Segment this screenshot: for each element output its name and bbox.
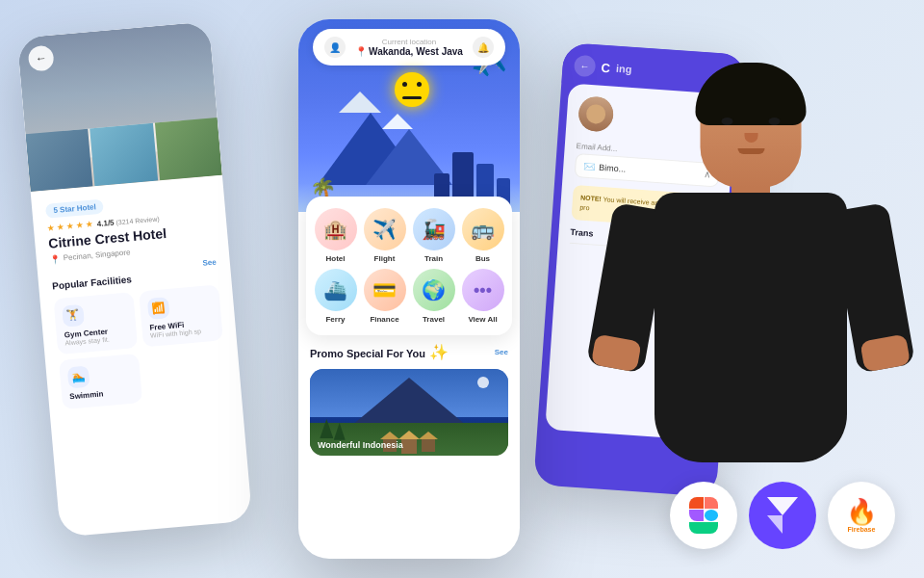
profile-icon: 👤	[324, 37, 346, 58]
nose	[744, 133, 757, 143]
person-head	[701, 67, 802, 188]
figma-cell-4	[705, 510, 719, 521]
hotel-label: Hotel	[326, 254, 346, 263]
star-2: ★	[57, 222, 65, 232]
flight-category-icon: ✈️	[364, 208, 406, 250]
promo-landscape: Wonderful Indonesia	[310, 369, 508, 456]
ferry-label: Ferry	[325, 315, 345, 324]
figma-cell-3	[689, 510, 704, 521]
hotel-location-text: Pecinan, Singapore	[63, 249, 130, 263]
framer-logo	[749, 482, 816, 549]
location-search-bar[interactable]: 👤 Current location 📍 Wakanda, West Java …	[313, 29, 505, 66]
location-text: Wakanda, West Java	[369, 46, 463, 57]
swim-icon: 🏊	[67, 365, 90, 388]
category-travel[interactable]: 🌍 Travel	[412, 269, 455, 324]
train-label: Train	[424, 254, 443, 263]
notification-icon[interactable]: 🔔	[473, 37, 494, 58]
promo-see-all[interactable]: See	[495, 348, 508, 356]
sun-icon	[395, 72, 429, 107]
location-pin-icon: 📍	[355, 46, 367, 57]
hotel-img-2	[90, 123, 158, 186]
bus-category-icon: 🚌	[462, 208, 504, 250]
swim-name: Swimmin	[69, 386, 135, 401]
bus-label: Bus	[475, 254, 490, 263]
firebase-content: 🔥 Firebase	[846, 499, 877, 533]
left-hand	[591, 334, 642, 373]
star-1: ★	[47, 223, 56, 233]
ferry-category-icon: ⛴️	[315, 269, 357, 311]
finance-label: Finance	[370, 315, 398, 324]
categories-container: 🏨 Hotel ✈️ Flight 🚂 Train 🚌 Bus	[306, 197, 512, 335]
gym-icon: 🏋️	[62, 304, 85, 328]
viewall-category-icon: •••	[462, 269, 504, 311]
figma-cell-5	[689, 522, 718, 534]
right-hand	[860, 334, 911, 373]
categories-grid: 🏨 Hotel ✈️ Flight 🚂 Train 🚌 Bus	[314, 208, 504, 324]
person-hair	[696, 63, 807, 125]
category-flight[interactable]: ✈️ Flight	[363, 208, 406, 263]
right-eye	[769, 118, 781, 125]
hotel-badge: 5 Star Hotel	[45, 199, 105, 219]
tech-logos-row: 🔥 Firebase	[670, 482, 895, 549]
wifi-icon: 📶	[147, 297, 170, 320]
category-hotel[interactable]: 🏨 Hotel	[314, 208, 357, 263]
torso	[654, 193, 847, 462]
hotel-img-1	[25, 129, 92, 192]
framer-icon	[767, 497, 798, 534]
location-value: 📍 Wakanda, West Java	[355, 46, 463, 57]
promo-card-label: Wonderful Indonesia	[318, 440, 403, 450]
category-finance[interactable]: 💳 Finance	[363, 269, 406, 324]
facility-gym: 🏋️ Gym Center Always stay fit.	[53, 292, 138, 355]
firebase-flame-icon: 🔥	[846, 499, 877, 524]
see-more-link[interactable]: See	[202, 257, 217, 267]
finance-category-icon: 💳	[364, 269, 406, 311]
hotel-content: 5 Star Hotel ★ ★ ★ ★ ★ 4.1/5 (3214 Revie…	[31, 175, 243, 420]
firebase-logo: 🔥 Firebase	[828, 482, 895, 549]
svg-marker-1	[767, 515, 783, 534]
flight-label: Flight	[374, 254, 396, 263]
location-info: Current location 📍 Wakanda, West Java	[355, 38, 463, 57]
phone-travel-app: 🌴 ✈️ 👤 Current location 📍 Wakanda, West …	[298, 19, 520, 559]
current-location-label: Current location	[355, 38, 463, 46]
figma-grid	[689, 497, 718, 534]
figma-cell-1	[689, 497, 704, 509]
facility-wifi: 📶 Free WiFi WiFi with high sp	[139, 284, 223, 347]
star-4: ★	[75, 220, 84, 230]
promo-card[interactable]: Wonderful Indonesia	[310, 369, 508, 456]
hotel-img-3	[155, 118, 222, 180]
mouth	[737, 148, 764, 154]
promo-sparkle-icon: ✨	[429, 344, 449, 360]
left-eye	[722, 118, 733, 125]
promo-header: Promo Special For You ✨ See	[310, 343, 508, 361]
hotel-image-area: ←	[17, 21, 222, 192]
figma-cell-2	[705, 497, 719, 509]
location-pin-icon: 📍	[49, 253, 61, 264]
review-count: (3214 Review)	[116, 215, 160, 225]
train-category-icon: 🚂	[413, 208, 455, 250]
promo-title-row: Promo Special For You ✨	[310, 343, 449, 361]
promo-mountain	[351, 378, 467, 426]
firebase-text: Firebase	[848, 526, 876, 533]
facility-swim: 🏊 Swimmin	[59, 354, 142, 409]
promo-title: Promo Special For You	[310, 348, 425, 359]
category-ferry[interactable]: ⛴️ Ferry	[314, 269, 357, 324]
facilities-grid: 🏋️ Gym Center Always stay fit. 📶 Free Wi…	[53, 284, 227, 409]
promo-section: Promo Special For You ✨ See	[298, 335, 520, 463]
figma-logo	[670, 482, 737, 549]
travel-label: Travel	[423, 315, 445, 324]
app-header: 🌴 ✈️ 👤 Current location 📍 Wakanda, West …	[298, 19, 520, 212]
rating-value: 4.1/5	[96, 218, 115, 228]
travel-category-icon: 🌍	[413, 269, 455, 311]
moon-icon	[477, 377, 489, 388]
viewall-label: View All	[468, 315, 497, 324]
svg-marker-0	[767, 497, 798, 515]
category-train[interactable]: 🚂 Train	[412, 208, 455, 263]
category-viewall[interactable]: ••• View All	[461, 269, 504, 324]
star-half: ★	[85, 220, 93, 230]
hotel-category-icon: 🏨	[315, 208, 357, 250]
star-3: ★	[65, 221, 74, 231]
categories-card: 🏨 Hotel ✈️ Flight 🚂 Train 🚌 Bus	[306, 197, 512, 335]
category-bus[interactable]: 🚌 Bus	[461, 208, 504, 263]
